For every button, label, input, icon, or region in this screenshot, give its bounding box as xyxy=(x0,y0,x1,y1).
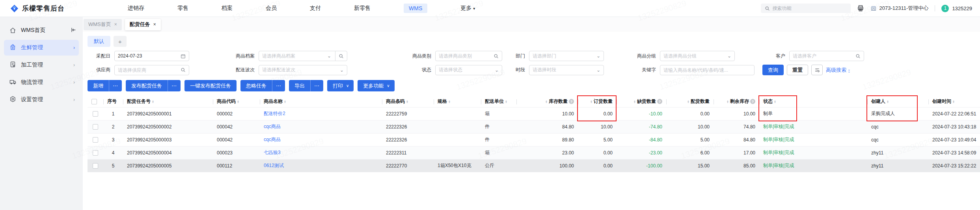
row-checkbox[interactable] xyxy=(93,150,98,156)
sidebar-item-settings-management[interactable]: 设置管理 › xyxy=(4,92,79,108)
department-select[interactable]: 请选择部门 ⌄ xyxy=(529,51,604,61)
sort-icon[interactable]: ▲▼ xyxy=(152,100,154,103)
col-header-sel[interactable] xyxy=(88,96,103,107)
sort-icon[interactable]: ▲▼ xyxy=(633,100,636,103)
more-options-icon[interactable]: ⋯ xyxy=(310,80,323,91)
search-icon[interactable] xyxy=(855,54,861,59)
search-icon[interactable] xyxy=(339,54,344,59)
keyword-field[interactable] xyxy=(663,67,751,73)
action-button[interactable]: 发布配货任务⋯ xyxy=(126,80,181,91)
sort-icon[interactable]: ▲▼ xyxy=(952,100,955,103)
supplier-field[interactable] xyxy=(118,67,178,73)
product-name-link[interactable]: 0612测试 xyxy=(264,163,284,168)
sidebar-item-processing-management[interactable]: 加工管理 › xyxy=(4,57,79,73)
col-header-creator[interactable]: 创建人▲▼ xyxy=(867,96,928,107)
sort-icon[interactable]: ▲▼ xyxy=(687,100,689,103)
close-icon[interactable]: × xyxy=(153,22,156,27)
select-all-checkbox[interactable] xyxy=(91,99,97,104)
sort-icon[interactable]: ▲▼ xyxy=(727,100,729,103)
add-view-button[interactable]: + xyxy=(114,36,127,47)
sidebar-item-logistics-management[interactable]: 物流管理 › xyxy=(4,74,79,90)
keyword-input[interactable] xyxy=(660,65,755,75)
customer-input[interactable] xyxy=(789,51,864,61)
top-menu-item-pay[interactable]: 支付 xyxy=(310,5,321,12)
product-archive-select[interactable]: 请选择商品档案 ⌄ xyxy=(259,51,347,61)
default-view-button[interactable]: 默认 xyxy=(88,36,110,47)
col-header-code[interactable]: 商品代码▲▼ xyxy=(213,96,260,107)
top-menu-item-member[interactable]: 会员 xyxy=(266,5,277,12)
col-header-seq[interactable]: 序号 xyxy=(103,96,123,107)
row-checkbox[interactable] xyxy=(93,124,98,130)
col-header-stock[interactable]: ▲▼库存数量? xyxy=(516,96,578,107)
query-button[interactable]: 查询 xyxy=(762,65,784,75)
advanced-search-link[interactable]: 高级搜索 ⌄⌄ xyxy=(826,67,851,74)
tab-wms-home[interactable]: WMS首页 × xyxy=(84,19,122,30)
supplier-input[interactable] xyxy=(114,65,189,75)
col-header-task_no[interactable]: 配货任务号▲▼ xyxy=(123,96,213,107)
tab-distribution-task[interactable]: 配货任务 × xyxy=(125,19,161,30)
product-name-link[interactable]: cqc商品 xyxy=(264,124,281,129)
action-button[interactable]: 打印∨ xyxy=(327,80,354,91)
top-menu-item-retail[interactable]: 零售 xyxy=(177,5,188,12)
col-header-shortage[interactable]: ▲▼缺货数量? xyxy=(617,96,666,107)
sort-icon[interactable]: ▲▼ xyxy=(505,100,507,103)
search-icon[interactable] xyxy=(181,67,186,72)
sort-icon[interactable]: ▲▼ xyxy=(284,100,286,103)
action-button[interactable]: 忽略任务⋯ xyxy=(240,80,285,91)
customer-field[interactable] xyxy=(793,53,853,59)
col-header-order[interactable]: ▲▼订货数量 xyxy=(578,96,617,107)
delivery-wave-select[interactable]: 请选择配送波次 ⌄ xyxy=(259,65,347,75)
status-select[interactable]: 请选择状态 ⌄ xyxy=(435,65,502,75)
col-header-remain[interactable]: ▲▼剩余库存? xyxy=(714,96,759,107)
org-switcher[interactable]: 2073-12311-管理中心 xyxy=(870,5,929,12)
printer-icon[interactable] xyxy=(857,5,864,12)
notification-badge[interactable]: 1 xyxy=(941,5,949,12)
col-header-spec[interactable]: 规格▲▼ xyxy=(434,96,481,107)
top-menu-item-newretail[interactable]: 新零售 xyxy=(354,5,371,12)
pick-date-input[interactable]: 2024-07-23 xyxy=(114,51,189,61)
row-checkbox[interactable] xyxy=(93,137,98,143)
collapse-sidebar-icon[interactable] xyxy=(70,27,76,34)
action-button[interactable]: 一键发布配货任务 xyxy=(184,80,237,91)
col-header-alloc[interactable]: ▲▼配货数量 xyxy=(666,96,714,107)
row-checkbox[interactable] xyxy=(93,163,98,169)
sidebar-item-wms-home[interactable]: WMS首页 xyxy=(0,22,83,38)
user-account[interactable]: 1 1325229 xyxy=(941,5,972,12)
more-options-icon[interactable]: ⋯ xyxy=(168,80,181,91)
top-menu-item-archive[interactable]: 档案 xyxy=(222,5,233,12)
top-menu-more[interactable]: 更多▾ xyxy=(460,5,475,12)
col-header-status[interactable]: 状态▲▼ xyxy=(759,96,867,107)
product-category-field[interactable] xyxy=(439,53,491,59)
col-header-barcode[interactable]: 商品条码▲▼ xyxy=(382,96,434,107)
more-options-icon[interactable]: ⋯ xyxy=(272,80,285,91)
row-checkbox[interactable] xyxy=(93,111,98,117)
col-header-name[interactable]: 商品名称▲▼ xyxy=(260,96,382,107)
top-menu-item-jxc[interactable]: 进销存 xyxy=(128,5,144,12)
sort-icon[interactable]: ▲▼ xyxy=(406,100,408,103)
close-icon[interactable]: × xyxy=(114,22,117,27)
product-name-link[interactable]: cqc商品 xyxy=(264,137,281,142)
product-category-input[interactable] xyxy=(435,51,502,61)
top-menu-item-wms[interactable]: WMS xyxy=(404,4,427,13)
app-logo[interactable]: 乐檬零售后台 xyxy=(10,4,65,13)
reset-button[interactable]: 重置 xyxy=(787,65,808,75)
sort-icon[interactable]: ▲▼ xyxy=(448,100,451,103)
time-period-select[interactable]: 请选择时段 ⌄ xyxy=(529,65,604,75)
sort-icon[interactable]: ▲▼ xyxy=(590,100,592,103)
action-button[interactable]: 导出⋯ xyxy=(289,80,323,91)
product-group-select[interactable]: 请选择商品分组 ⌄ xyxy=(660,51,735,61)
sort-icon[interactable]: ▲▼ xyxy=(774,100,776,103)
search-icon[interactable] xyxy=(494,54,499,59)
product-name-link[interactable]: 配送特价2 xyxy=(264,111,285,116)
col-header-time[interactable]: 创建时间▲▼ xyxy=(928,96,980,107)
action-button[interactable]: 新增⋯ xyxy=(88,80,122,91)
action-button[interactable]: 更多功能∨ xyxy=(358,80,394,91)
sort-icon[interactable]: ▲▼ xyxy=(237,100,239,103)
sidebar-item-fresh-management[interactable]: 生鲜管理 › xyxy=(4,40,79,56)
sort-icon[interactable]: ▲▼ xyxy=(545,100,548,103)
more-options-icon[interactable]: ⋯ xyxy=(109,80,122,91)
col-header-unit[interactable]: 配送单位▲▼ xyxy=(481,96,516,107)
global-search-input[interactable] xyxy=(773,6,847,11)
sort-icon[interactable]: ▲▼ xyxy=(887,100,889,103)
product-name-link[interactable]: 七匹狼3 xyxy=(264,150,281,155)
